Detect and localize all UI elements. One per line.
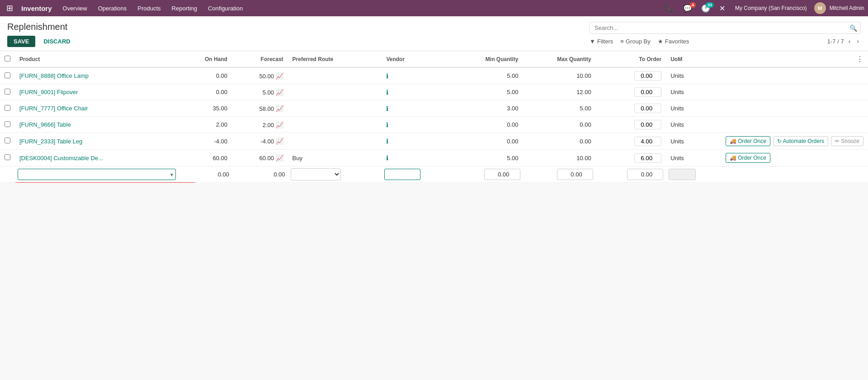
- row-checkbox[interactable]: [5, 121, 10, 127]
- row-vendor[interactable]: ℹ: [382, 67, 452, 84]
- close-icon-btn[interactable]: ✕: [717, 4, 728, 13]
- row-to-order[interactable]: [596, 117, 666, 133]
- row-route[interactable]: [288, 117, 382, 133]
- new-row-vendor-cell[interactable]: [382, 166, 452, 183]
- col-header-min-qty[interactable]: Min Quantity: [452, 51, 523, 67]
- row-checkbox-cell[interactable]: [0, 150, 15, 166]
- new-row-min-qty[interactable]: [452, 166, 523, 183]
- discard-button[interactable]: DISCARD: [39, 36, 75, 47]
- menu-item-products[interactable]: Products: [132, 0, 166, 16]
- row-to-order[interactable]: [596, 84, 666, 100]
- row-to-order[interactable]: [596, 67, 666, 84]
- search-input[interactable]: [590, 22, 861, 34]
- row-to-order[interactable]: [596, 100, 666, 117]
- row-route[interactable]: [288, 133, 382, 150]
- activity-icon-btn[interactable]: 🕐 33: [698, 4, 713, 13]
- row-checkbox-cell[interactable]: [0, 133, 15, 150]
- menu-item-reporting[interactable]: Reporting: [166, 0, 203, 16]
- product-input[interactable]: [18, 169, 176, 180]
- pagination-prev-button[interactable]: ‹: [847, 37, 853, 46]
- action-btn-automate-orders[interactable]: ↻ Automate Orders: [773, 136, 828, 146]
- min-qty-input[interactable]: [484, 169, 520, 180]
- vendor-info-icon[interactable]: ℹ: [386, 121, 388, 128]
- max-qty-input[interactable]: [557, 169, 593, 180]
- row-product[interactable]: [FURN_7777] Office Chair: [15, 100, 179, 117]
- vendor-info-icon[interactable]: ℹ: [386, 105, 388, 112]
- forecast-chart-icon[interactable]: 📈: [276, 72, 283, 80]
- row-vendor[interactable]: ℹ: [382, 133, 452, 150]
- row-checkbox-cell[interactable]: [0, 117, 15, 133]
- col-header-forecast[interactable]: Forecast: [232, 51, 288, 67]
- pagination-next-button[interactable]: ›: [855, 37, 861, 46]
- row-checkbox-cell[interactable]: [0, 67, 15, 84]
- forecast-chart-icon[interactable]: 📈: [276, 154, 283, 162]
- messages-icon-btn[interactable]: 💬 4: [680, 4, 695, 13]
- row-to-order[interactable]: [596, 150, 666, 166]
- vendor-info-icon[interactable]: ℹ: [386, 154, 388, 162]
- row-checkbox-cell[interactable]: [0, 84, 15, 100]
- row-product[interactable]: [FURN_9666] Table: [15, 117, 179, 133]
- row-checkbox[interactable]: [5, 89, 10, 95]
- grid-menu-icon[interactable]: ⊞: [4, 3, 16, 13]
- to-order-input[interactable]: [634, 87, 661, 97]
- menu-item-configuration[interactable]: Configuration: [203, 0, 248, 16]
- action-btn-order-once[interactable]: 🚚 Order Once: [726, 136, 770, 146]
- to-order-input[interactable]: [634, 120, 661, 129]
- app-brand[interactable]: Inventory: [18, 5, 56, 12]
- route-select[interactable]: Buy Manufacture: [291, 168, 341, 180]
- to-order-input[interactable]: [634, 104, 661, 113]
- new-to-order-input[interactable]: [627, 169, 663, 180]
- row-checkbox[interactable]: [5, 138, 10, 143]
- row-product[interactable]: [FURN_8888] Office Lamp: [15, 67, 179, 84]
- row-vendor[interactable]: ℹ: [382, 84, 452, 100]
- vendor-input[interactable]: [384, 169, 420, 180]
- col-header-route[interactable]: Preferred Route: [288, 51, 382, 67]
- header-checkbox[interactable]: [5, 56, 10, 62]
- col-header-uom[interactable]: UoM: [666, 51, 721, 67]
- avatar[interactable]: M: [814, 2, 826, 14]
- col-header-product[interactable]: Product: [15, 51, 179, 67]
- row-route[interactable]: [288, 100, 382, 117]
- row-vendor[interactable]: ℹ: [382, 117, 452, 133]
- forecast-chart-icon[interactable]: 📈: [276, 105, 283, 112]
- row-vendor[interactable]: ℹ: [382, 150, 452, 166]
- to-order-input[interactable]: [634, 153, 661, 163]
- select-all-checkbox[interactable]: [0, 51, 15, 67]
- new-row-max-qty[interactable]: [523, 166, 596, 183]
- group-by-button[interactable]: ≡ Group By: [620, 38, 651, 45]
- row-route[interactable]: [288, 84, 382, 100]
- column-menu-button[interactable]: ⋮: [856, 55, 863, 63]
- save-button[interactable]: SAVE: [7, 36, 35, 47]
- phone-icon-btn[interactable]: 📞: [662, 4, 677, 13]
- forecast-chart-icon[interactable]: 📈: [276, 138, 283, 145]
- row-to-order[interactable]: [596, 133, 666, 150]
- row-checkbox[interactable]: [5, 154, 10, 160]
- action-btn-order-once[interactable]: 🚚 Order Once: [726, 153, 770, 163]
- vendor-info-icon[interactable]: ℹ: [386, 72, 388, 80]
- row-checkbox-cell[interactable]: [0, 100, 15, 117]
- row-vendor[interactable]: ℹ: [382, 100, 452, 117]
- new-row-uom[interactable]: [666, 166, 721, 183]
- col-header-on-hand[interactable]: On Hand: [179, 51, 232, 67]
- favorites-button[interactable]: ★ Favorites: [658, 38, 689, 45]
- menu-item-operations[interactable]: Operations: [93, 0, 132, 16]
- row-route[interactable]: Buy: [288, 150, 382, 166]
- to-order-input[interactable]: [634, 71, 661, 81]
- col-header-to-order[interactable]: To Order: [596, 51, 666, 67]
- menu-item-overview[interactable]: Overview: [57, 0, 93, 16]
- new-row-route-cell[interactable]: Buy Manufacture: [288, 166, 382, 183]
- row-product[interactable]: [FURN_2333] Table Leg: [15, 133, 179, 150]
- col-header-max-qty[interactable]: Max Quantity: [523, 51, 596, 67]
- search-icon[interactable]: 🔍: [849, 24, 857, 32]
- forecast-chart-icon[interactable]: 📈: [276, 89, 283, 96]
- row-checkbox[interactable]: [5, 105, 10, 111]
- row-product[interactable]: [DESK0004] Customizable De...: [15, 150, 179, 166]
- forecast-chart-icon[interactable]: 📈: [276, 121, 283, 128]
- vendor-info-icon[interactable]: ℹ: [386, 89, 388, 96]
- uom-input[interactable]: [669, 169, 696, 180]
- to-order-input[interactable]: [634, 137, 661, 146]
- row-checkbox[interactable]: [5, 72, 10, 78]
- vendor-info-icon[interactable]: ℹ: [386, 138, 388, 145]
- col-header-vendor[interactable]: Vendor: [382, 51, 452, 67]
- filters-button[interactable]: ▼ Filters: [590, 38, 613, 45]
